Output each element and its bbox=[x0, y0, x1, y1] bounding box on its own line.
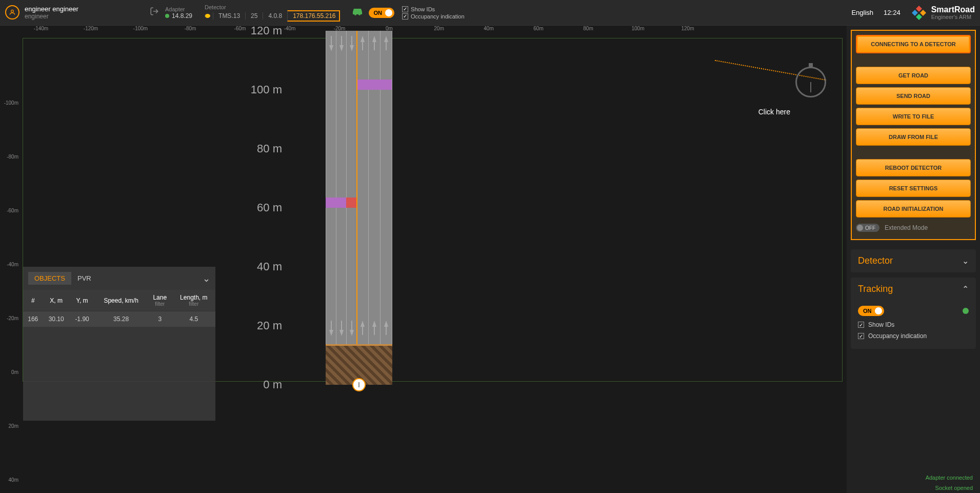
write-file-button[interactable]: WRITE TO FILE bbox=[856, 108, 971, 125]
tracking-occupancy-checkbox[interactable]: ✓Occupancy indication bbox=[858, 332, 969, 340]
logout-icon[interactable] bbox=[150, 7, 159, 18]
cb-occupancy[interactable]: ✓Occupancy indication bbox=[402, 13, 465, 19]
tab-pvr[interactable]: PVR bbox=[71, 272, 97, 285]
user-avatar-icon[interactable] bbox=[5, 5, 19, 19]
chevron-down-icon: ⌄ bbox=[962, 256, 969, 266]
panel-collapse-icon[interactable]: ⌄ bbox=[203, 273, 210, 284]
right-panel: CONNECTING TO A DETECTOR GET ROAD SEND R… bbox=[847, 26, 980, 493]
tracking-section-header[interactable]: Tracking⌃ bbox=[851, 278, 976, 301]
zone-red bbox=[346, 198, 356, 208]
header: engineer engineer engineer Adapter 14.8.… bbox=[0, 0, 980, 26]
reboot-detector-button[interactable]: REBOOT DETECTOR bbox=[856, 159, 971, 176]
detector-ip[interactable]: 178.176.55.216 bbox=[287, 10, 339, 22]
car-icon[interactable] bbox=[351, 7, 364, 18]
reset-settings-button[interactable]: RESET SETTINGS bbox=[856, 180, 971, 197]
language-selector[interactable]: English bbox=[851, 9, 873, 16]
connect-detector-button[interactable]: CONNECTING TO A DETECTOR bbox=[856, 35, 971, 53]
road-visualization: 120 m100 m80 m60 m40 m20 m0 m bbox=[246, 26, 667, 395]
tracking-status-dot bbox=[963, 308, 969, 314]
objects-table: # X, m Y, m Speed, km/h Lanefilter Lengt… bbox=[23, 290, 215, 327]
app-logo: SmartRoad Engineer's ARM bbox=[911, 5, 975, 21]
cb-show-ids[interactable]: ✓Show IDs bbox=[402, 6, 465, 12]
tracking-section-panel: Tracking⌃ ON ✓Show IDs ✓Occupancy indica… bbox=[851, 278, 976, 349]
get-road-button[interactable]: GET ROAD bbox=[856, 67, 971, 84]
plot-area[interactable]: -140m-120m-100m-80m-60m-40m-20m0m20m40m6… bbox=[0, 26, 847, 493]
zone-purple-1 bbox=[357, 80, 392, 90]
clock: 12:24 bbox=[884, 9, 901, 16]
draw-file-button[interactable]: DRAW FROM FILE bbox=[856, 128, 971, 146]
radar-origin-icon bbox=[352, 378, 366, 391]
table-row[interactable]: 166 30.10 -1.90 35.28 3 4.5 bbox=[23, 311, 215, 327]
click-here-hint: Click here bbox=[758, 108, 790, 116]
road-init-button[interactable]: ROAD INITIALIZATION bbox=[856, 200, 971, 218]
tracking-show-ids-checkbox[interactable]: ✓Show IDs bbox=[858, 321, 969, 328]
chevron-up-icon: ⌃ bbox=[962, 284, 969, 294]
tracking-on-toggle[interactable]: ON bbox=[858, 306, 884, 316]
logo-icon bbox=[911, 5, 927, 21]
header-on-toggle[interactable]: ON bbox=[369, 8, 395, 18]
header-checkboxes: ✓Show IDs ✓Occupancy indication bbox=[402, 6, 465, 19]
ruler-left: -100m-80m-60m-40m-20m0m20m40m bbox=[0, 36, 21, 493]
stopwatch-icon[interactable] bbox=[795, 67, 826, 97]
status-socket: Socket opened bbox=[847, 483, 980, 493]
user-name: engineer engineer bbox=[25, 5, 145, 13]
detector-section-panel: Detector⌄ bbox=[851, 249, 976, 272]
send-road-button[interactable]: SEND ROAD bbox=[856, 87, 971, 105]
detector-info: Detector TMS.13 25 4.0.8 178.176.55.216 bbox=[198, 4, 346, 22]
status-dot-green bbox=[165, 14, 169, 18]
status-adapter: Adapter connected bbox=[847, 472, 980, 483]
adapter-info: Adapter 14.8.29 bbox=[159, 6, 198, 19]
status-dot-yellow bbox=[205, 14, 210, 18]
main-area: -140m-120m-100m-80m-60m-40m-20m0m20m40m6… bbox=[0, 26, 980, 493]
svg-point-0 bbox=[11, 10, 14, 13]
user-section: engineer engineer engineer bbox=[5, 5, 159, 21]
user-role: engineer bbox=[25, 13, 145, 20]
zone-purple-2 bbox=[326, 198, 346, 208]
road bbox=[326, 31, 392, 385]
extended-mode-toggle[interactable]: OFF bbox=[856, 224, 879, 232]
objects-panel: OBJECTS PVR ⌄ # X, m Y, m Speed, km/h La… bbox=[23, 267, 215, 421]
tab-objects[interactable]: OBJECTS bbox=[28, 272, 71, 285]
detector-section-header[interactable]: Detector⌄ bbox=[851, 249, 976, 272]
